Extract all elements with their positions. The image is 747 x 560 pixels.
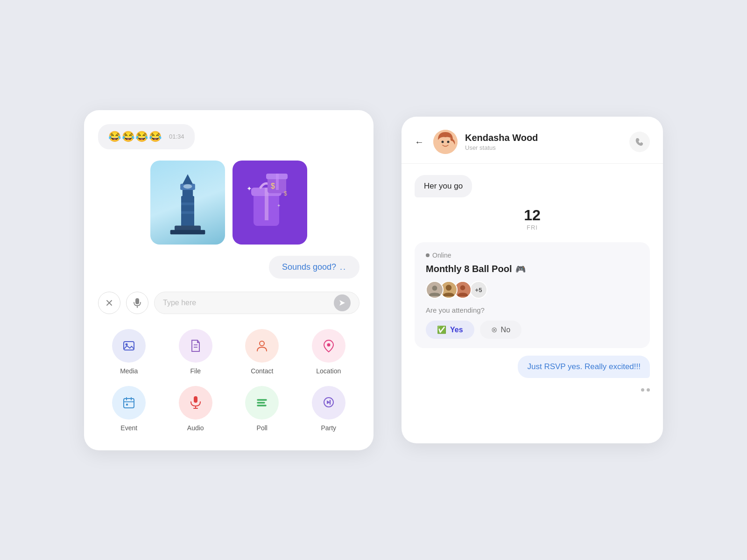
event-location-row: Online bbox=[426, 252, 639, 259]
avatar-svg bbox=[433, 130, 458, 154]
check-icon: ✅ bbox=[437, 325, 446, 334]
party-icon bbox=[322, 396, 335, 410]
left-chat-panel: 😂😂😂😂 01:34 bbox=[84, 110, 374, 450]
sounds-good-dots: .. bbox=[340, 262, 346, 272]
svg-point-51 bbox=[460, 285, 465, 290]
rsvp-yes-button[interactable]: ✅ Yes bbox=[426, 321, 474, 339]
audio-icon bbox=[190, 396, 202, 410]
game-controller-icon: 🎮 bbox=[515, 264, 526, 274]
send-icon bbox=[338, 299, 346, 307]
svg-rect-8 bbox=[170, 230, 205, 234]
event-title-text: Monthly 8 Ball Pool bbox=[426, 264, 512, 274]
chat-body: Her you go 12 FRI Online Monthly 8 Ball … bbox=[402, 164, 663, 443]
svg-rect-11 bbox=[265, 188, 268, 220]
poll-label: Poll bbox=[257, 424, 268, 432]
chat-header: ← Kendasha Wood User status bbox=[402, 117, 663, 164]
avatar bbox=[433, 130, 458, 154]
audio-icon-circle bbox=[179, 386, 212, 420]
media-icon bbox=[122, 339, 136, 353]
input-placeholder: Type here bbox=[163, 299, 196, 307]
rsvp-no-button[interactable]: ⊗ No bbox=[480, 321, 521, 339]
avatar-1-svg bbox=[427, 281, 443, 299]
microphone-button[interactable] bbox=[126, 292, 148, 314]
attachment-icons-grid: Media File Contact bbox=[98, 329, 359, 432]
svg-rect-6 bbox=[181, 211, 194, 214]
close-button[interactable] bbox=[98, 292, 120, 314]
svg-text:✦: ✦ bbox=[277, 203, 281, 208]
message-time: 01:34 bbox=[169, 133, 184, 140]
svg-rect-35 bbox=[126, 404, 128, 406]
sent-message-1: Just RSVP yes. Really excited!!! bbox=[518, 356, 650, 378]
media-icon-circle bbox=[112, 329, 146, 363]
party-label: Party bbox=[321, 424, 336, 432]
online-indicator bbox=[426, 253, 430, 257]
microphone-icon bbox=[133, 298, 141, 308]
contact-option[interactable]: Contact bbox=[231, 329, 293, 375]
svg-rect-22 bbox=[135, 298, 139, 304]
audio-label: Audio bbox=[187, 424, 204, 432]
sounds-good-bubble: Sounds good? .. bbox=[269, 256, 359, 279]
party-image: ✦ ✦ ✦ $ $ bbox=[233, 161, 307, 245]
event-title: Monthly 8 Ball Pool 🎮 bbox=[426, 264, 639, 274]
location-option[interactable]: Location bbox=[298, 329, 360, 375]
location-icon bbox=[322, 339, 335, 353]
poll-icon bbox=[255, 396, 268, 409]
poll-option[interactable]: Poll bbox=[231, 386, 293, 432]
attendee-avatar-1 bbox=[426, 281, 444, 299]
location-icon-circle bbox=[312, 329, 345, 363]
svg-point-44 bbox=[442, 141, 444, 143]
file-option[interactable]: File bbox=[165, 329, 227, 375]
call-button[interactable] bbox=[629, 132, 650, 152]
svg-point-29 bbox=[260, 341, 264, 346]
party-svg: ✦ ✦ ✦ $ $ bbox=[242, 165, 298, 240]
event-date-day: FRI bbox=[415, 224, 650, 231]
right-chat-panel: ← Kendasha Wood User status bbox=[402, 117, 663, 443]
event-icon-circle bbox=[112, 386, 146, 420]
location-label: Location bbox=[316, 367, 341, 375]
sounds-good-text: Sounds good? bbox=[282, 262, 336, 272]
input-row: Type here bbox=[98, 292, 359, 314]
svg-text:$: $ bbox=[284, 190, 287, 197]
svg-rect-25 bbox=[124, 342, 134, 350]
rsvp-question: Are you attending? bbox=[426, 306, 639, 314]
event-icon bbox=[122, 396, 135, 409]
back-button[interactable]: ← bbox=[415, 137, 424, 147]
contact-icon-circle bbox=[245, 329, 279, 363]
party-icon-circle bbox=[312, 386, 345, 420]
message-input[interactable]: Type here bbox=[154, 292, 359, 314]
close-icon bbox=[106, 299, 113, 307]
event-label: Event bbox=[120, 424, 137, 432]
phone-icon bbox=[635, 137, 644, 147]
received-message-1: Her you go bbox=[415, 175, 472, 197]
svg-text:$: $ bbox=[271, 182, 275, 190]
event-date-row: 12 FRI bbox=[415, 207, 650, 231]
media-option[interactable]: Media bbox=[98, 329, 160, 375]
rsvp-section: Are you attending? ✅ Yes ⊗ No bbox=[426, 306, 639, 339]
svg-point-49 bbox=[446, 285, 452, 291]
emoji-message-bubble: 😂😂😂😂 01:34 bbox=[98, 124, 195, 149]
media-label: Media bbox=[120, 367, 138, 375]
typing-dot-1 bbox=[641, 388, 644, 392]
contact-status: User status bbox=[465, 144, 622, 151]
svg-rect-17 bbox=[276, 174, 279, 190]
event-location: Online bbox=[432, 252, 451, 259]
typing-indicator bbox=[641, 385, 650, 394]
rsvp-yes-label: Yes bbox=[450, 326, 463, 334]
typing-dot-2 bbox=[647, 388, 650, 392]
header-info: Kendasha Wood User status bbox=[465, 133, 622, 151]
party-option[interactable]: Party bbox=[298, 386, 360, 432]
send-button[interactable] bbox=[334, 294, 351, 311]
contact-icon bbox=[255, 339, 268, 353]
svg-rect-31 bbox=[124, 399, 134, 408]
file-icon bbox=[189, 339, 202, 353]
audio-option[interactable]: Audio bbox=[165, 386, 227, 432]
event-option[interactable]: Event bbox=[98, 386, 160, 432]
lighthouse-image bbox=[150, 161, 225, 245]
emoji-text: 😂😂😂😂 bbox=[108, 131, 162, 143]
svg-point-47 bbox=[432, 286, 437, 291]
images-row: ✦ ✦ ✦ $ $ bbox=[98, 161, 359, 245]
contact-label: Contact bbox=[251, 367, 273, 375]
rsvp-no-label: No bbox=[501, 326, 510, 334]
svg-point-26 bbox=[126, 343, 128, 345]
svg-rect-5 bbox=[181, 203, 194, 205]
